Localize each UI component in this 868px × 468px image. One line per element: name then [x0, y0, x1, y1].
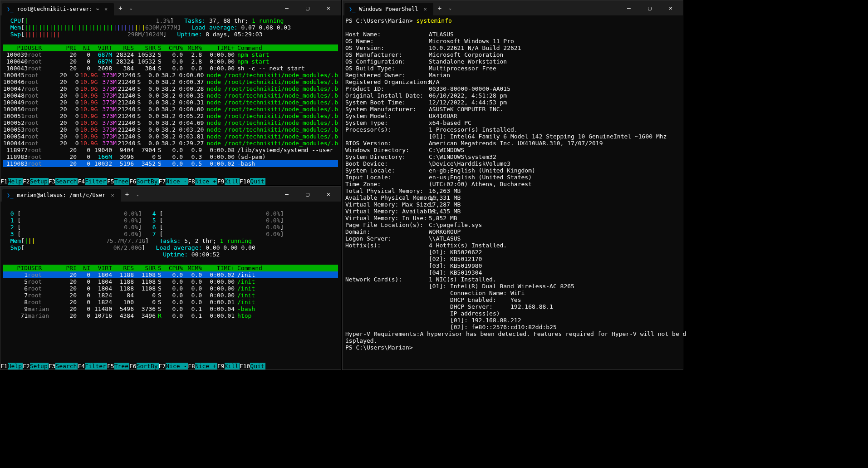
- process-row[interactable]: 100039 root200687M2832410532S0.02.80:00.…: [3, 51, 338, 58]
- systeminfo-line: Available Physical Memory:10,331 MB: [345, 194, 680, 201]
- tab-right[interactable]: ❯_ Windows PowerShell ✕: [344, 3, 433, 15]
- fkey-F1[interactable]: F1: [0, 178, 8, 185]
- fkey-F5[interactable]: F5: [107, 363, 114, 369]
- systeminfo-line: System Model:UX410UAR: [345, 113, 680, 119]
- systeminfo-line: Total Physical Memory:16,263 MB: [345, 187, 680, 194]
- systeminfo-line: [01]: Intel(R) Dual Band Wireless-AC 826…: [345, 283, 680, 290]
- systeminfo-line: System Directory:C:\WINDOWS\system32: [345, 153, 680, 160]
- systeminfo-line: System Locale:en-gb;English (United King…: [345, 167, 680, 174]
- process-row[interactable]: 100050 root20010.9G373M21240S0.038.20:00…: [3, 106, 338, 113]
- close-icon[interactable]: ✕: [422, 6, 429, 12]
- process-row[interactable]: 100051 root20010.9G373M21240S0.038.20:05…: [3, 113, 338, 119]
- chevron-down-icon[interactable]: ⌄: [127, 5, 135, 10]
- process-row[interactable]: 100046 root20010.9G373M21240S0.038.20:00…: [3, 79, 338, 85]
- systeminfo-line: [04]: KB5019304: [345, 269, 680, 276]
- fkey-F2[interactable]: F2: [23, 178, 30, 185]
- close-icon[interactable]: ✕: [103, 6, 109, 12]
- systeminfo-line: System Boot Time:12/12/2022, 4:44:53 pm: [345, 99, 680, 106]
- fkey-F5[interactable]: F5: [107, 178, 114, 185]
- systeminfo-line: Hyper-V Requirements:A hypervisor has be…: [345, 330, 680, 337]
- systeminfo-line: Windows Directory:C:\WINDOWS: [345, 147, 680, 153]
- fkey-F7[interactable]: F7: [159, 178, 166, 185]
- systeminfo-line: Time Zone:(UTC+02:00) Athens, Bucharest: [345, 181, 680, 187]
- process-table-header: PID USERPRINIVIRTRESSHRSCPU%MEM%TIME+Com…: [3, 265, 338, 271]
- terminal-htop-server[interactable]: CPU[| 1.3%] Tasks: 37, 88 thr; 1 running…: [0, 15, 341, 169]
- fkey-F3[interactable]: F3: [49, 363, 56, 369]
- process-row[interactable]: 5 root200180411881108S0.00.00:00.00/init: [3, 278, 338, 285]
- close-button[interactable]: ✕: [660, 0, 681, 15]
- fkey-F6[interactable]: F6: [129, 178, 137, 185]
- fkey-F8[interactable]: F8: [188, 363, 195, 369]
- powershell-icon: ❯_: [7, 192, 13, 198]
- new-tab-button[interactable]: +: [114, 5, 127, 12]
- systeminfo-line: Page File Location(s):C:\pagefile.sys: [345, 222, 680, 228]
- process-row[interactable]: 118983 root200166M30960S0.00.30:00.00(sd…: [3, 153, 338, 160]
- fkey-F4[interactable]: F4: [78, 178, 85, 185]
- fkey-F2[interactable]: F2: [23, 363, 30, 369]
- process-row[interactable]: 119083 root2001003251963452S0.00.50:00.0…: [3, 160, 338, 167]
- fkey-F10[interactable]: F10: [240, 363, 250, 369]
- process-row[interactable]: 6 root200180411881108S0.00.00:00.00/init: [3, 285, 338, 292]
- fkey-F1[interactable]: F1: [0, 363, 8, 369]
- process-row[interactable]: 8 root20018241000S0.00.00:00.01/init: [3, 299, 338, 305]
- tab-topleft[interactable]: ❯_ root@technikiti-server: ~ ✕: [2, 3, 114, 15]
- process-row[interactable]: 100045 root20010.9G373M21240S0.038.20:00…: [3, 72, 338, 79]
- titlebar-topleft: ❯_ root@technikiti-server: ~ ✕ + ⌄ — ▢ ✕: [0, 0, 341, 15]
- fkey-F4[interactable]: F4: [78, 363, 85, 369]
- minimize-button[interactable]: —: [276, 187, 297, 202]
- systeminfo-line: Boot Device:\Device\HarddiskVolume3: [345, 160, 680, 167]
- systeminfo-line: Original Install Date:06/10/2022, 4:51:2…: [345, 92, 680, 99]
- systeminfo-line: Domain:WORKGROUP: [345, 228, 680, 235]
- fkey-F6[interactable]: F6: [129, 363, 137, 369]
- maximize-button[interactable]: ▢: [297, 187, 318, 202]
- chevron-down-icon[interactable]: ⌄: [133, 192, 142, 197]
- chevron-down-icon[interactable]: ⌄: [446, 5, 454, 10]
- process-row[interactable]: 100054 root20010.9G373M21240S0.038.20:03…: [3, 133, 338, 140]
- systeminfo-line: Product ID:00330-80000-00000-AA015: [345, 85, 680, 92]
- process-row[interactable]: 71 marian2001071643843496R0.00.10:00.01h…: [3, 312, 338, 319]
- minimize-button[interactable]: —: [618, 0, 639, 15]
- fkey-F9[interactable]: F9: [217, 178, 225, 185]
- process-row[interactable]: 100049 root20010.9G373M21240S0.038.20:00…: [3, 99, 338, 106]
- process-row[interactable]: 100043 root2002608384384S0.00.00:00.00sh…: [3, 65, 338, 72]
- process-row[interactable]: 100052 root20010.9G373M21240S0.038.20:04…: [3, 119, 338, 126]
- new-tab-button[interactable]: +: [433, 5, 446, 12]
- titlebar-botleft: ❯_ marian@atlasus: /mnt/c/User ✕ + ⌄ — ▢…: [0, 187, 341, 202]
- process-row[interactable]: 7 root2001824840S0.00.00:00.00/init: [3, 292, 338, 299]
- minimize-button[interactable]: —: [276, 0, 297, 15]
- fkey-F9[interactable]: F9: [217, 363, 225, 369]
- systeminfo-line: [03]: KB5019980: [345, 262, 680, 269]
- new-tab-button[interactable]: +: [121, 191, 133, 198]
- systeminfo-line: System Type:x64-based PC: [345, 119, 680, 126]
- close-icon[interactable]: ✕: [109, 192, 116, 198]
- process-row[interactable]: 100040 root200687M2832410532S0.02.80:00.…: [3, 58, 338, 65]
- systeminfo-line: Connection Name: WiFi: [345, 290, 680, 296]
- systeminfo-line: Host Name:ATLASUS: [345, 31, 680, 38]
- process-row[interactable]: 100047 root20010.9G373M21240S0.038.20:00…: [3, 85, 338, 92]
- systeminfo-line: OS Manufacturer:Microsoft Corporation: [345, 51, 680, 58]
- process-row[interactable]: 118977 root2001904094047904S0.00.90:00.0…: [3, 147, 338, 153]
- process-row[interactable]: 100044 root20010.9G373M21240S0.038.20:29…: [3, 140, 338, 147]
- systeminfo-line: Virtual Memory: Available:11,435 MB: [345, 208, 680, 215]
- process-row[interactable]: 100053 root20010.9G373M21240S0.038.20:03…: [3, 126, 338, 133]
- fkey-F8[interactable]: F8: [188, 178, 195, 185]
- systeminfo-line: Input Locale:en-us;English (United State…: [345, 174, 680, 181]
- fkey-F3[interactable]: F3: [49, 178, 56, 185]
- maximize-button[interactable]: ▢: [297, 0, 318, 15]
- systeminfo-line: Virtual Memory: Max Size:17,287 MB: [345, 201, 680, 208]
- close-button[interactable]: ✕: [318, 0, 339, 15]
- process-row[interactable]: 100048 root20010.9G373M21240S0.038.20:00…: [3, 92, 338, 99]
- process-row[interactable]: 1 root200180411881108S0.00.00:00.02/init: [3, 271, 338, 278]
- tab-botleft[interactable]: ❯_ marian@atlasus: /mnt/c/User ✕: [2, 189, 121, 202]
- close-button[interactable]: ✕: [318, 187, 339, 202]
- maximize-button[interactable]: ▢: [639, 0, 660, 15]
- fkey-F10[interactable]: F10: [240, 178, 250, 185]
- terminal-htop-local[interactable]: 0 [ 0.0%] 4 [ 0.0%] 1 [ 0.0%] 5 [ 0.0%] …: [0, 202, 341, 321]
- systeminfo-line: Virtual Memory: In Use:5,852 MB: [345, 215, 680, 222]
- terminal-powershell[interactable]: PS C:\Users\Marian> systeminfo Host Name…: [343, 15, 683, 353]
- systeminfo-line: Hotfix(s):4 Hotfix(s) Installed.: [345, 242, 680, 249]
- process-row[interactable]: 9 marian2001148054963736S0.00.10:00.04-b…: [3, 305, 338, 312]
- pane-botleft-htop: ❯_ marian@atlasus: /mnt/c/User ✕ + ⌄ — ▢…: [0, 186, 341, 370]
- fkey-F7[interactable]: F7: [159, 363, 166, 369]
- powershell-icon: ❯_: [7, 6, 13, 12]
